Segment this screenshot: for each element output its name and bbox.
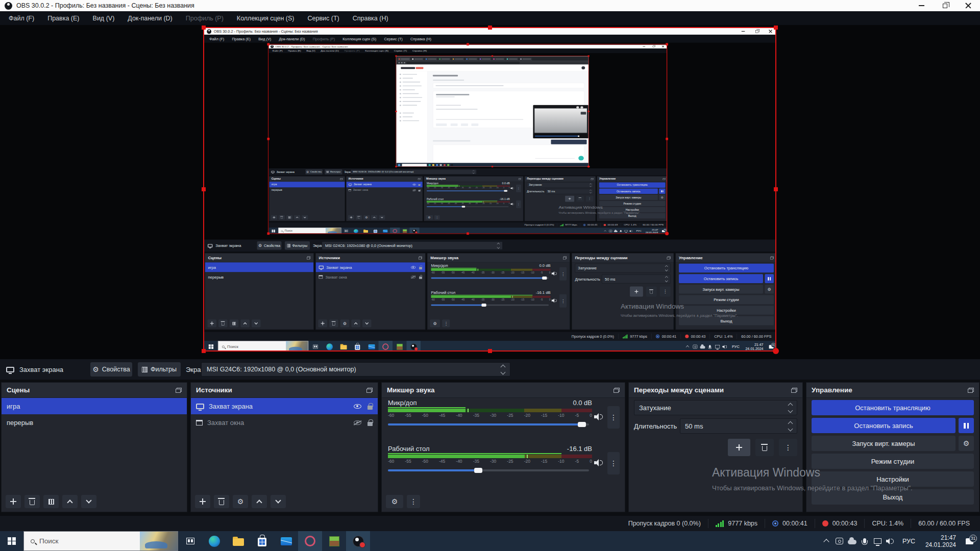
add-scene-button[interactable]: [6, 495, 21, 508]
taskbar-store[interactable]: [250, 531, 274, 551]
properties-button[interactable]: ⚙ Свойства: [90, 362, 132, 377]
volume-slider[interactable]: [388, 469, 589, 471]
menu-help[interactable]: Справка (H): [346, 11, 395, 25]
channel-menu-button[interactable]: ⋮: [607, 452, 620, 474]
visibility-off-icon[interactable]: [354, 420, 361, 425]
menu-file[interactable]: Файл (F): [2, 11, 41, 25]
filters-button[interactable]: Фильтры: [138, 362, 181, 377]
taskbar-edge[interactable]: [202, 531, 226, 551]
source-item[interactable]: Захват окна: [191, 414, 378, 431]
volume-slider-handle[interactable]: [578, 422, 586, 427]
stop-recording-button[interactable]: Остановить запись: [812, 418, 955, 433]
taskbar-mail[interactable]: [274, 531, 298, 551]
tray-onedrive[interactable]: [846, 538, 859, 544]
remove-transition-button[interactable]: [755, 439, 774, 456]
popout-icon[interactable]: [176, 388, 182, 393]
resize-handle[interactable]: [488, 26, 492, 30]
resize-handle[interactable]: [774, 187, 778, 191]
filters-label: Фильтры: [151, 366, 177, 373]
stop-streaming-button[interactable]: Остановить трансляцию: [812, 400, 974, 415]
menu-scene-collection[interactable]: Коллекция сцен (S): [230, 11, 301, 25]
taskbar-search[interactable]: Поиск: [23, 531, 178, 551]
scene-down-button[interactable]: [81, 495, 96, 508]
resize-handle[interactable]: [202, 187, 206, 191]
channel-level-db: 0.0 dB: [502, 182, 509, 185]
menu-tools[interactable]: Сервис (T): [301, 11, 346, 25]
speaker-icon[interactable]: [594, 413, 603, 420]
exit-button: Выход: [679, 316, 774, 325]
source-down-button[interactable]: [271, 495, 286, 508]
resize-handle[interactable]: [202, 26, 206, 30]
start-virtual-camera-button[interactable]: Запуск вирт. камеры: [812, 436, 955, 451]
scene-down-button: [252, 319, 261, 327]
remove-scene-button[interactable]: [24, 495, 40, 508]
volume-slider[interactable]: [388, 423, 589, 425]
maximize-button[interactable]: [933, 0, 957, 11]
taskbar-app-active[interactable]: [298, 531, 322, 551]
scene-filters-button[interactable]: [43, 495, 59, 508]
lock-icon[interactable]: [368, 406, 373, 410]
scene-item[interactable]: перерыв: [2, 414, 187, 431]
minimize-button[interactable]: [910, 0, 933, 11]
channel-menu-button: ⋮: [516, 185, 521, 192]
resize-handle[interactable]: [202, 349, 206, 353]
source-item[interactable]: Захват экрана: [191, 398, 378, 414]
speaker-icon[interactable]: [594, 459, 603, 466]
virtual-camera-settings-button[interactable]: ⚙: [959, 436, 974, 451]
transition-menu-button[interactable]: ⋮: [779, 439, 797, 456]
source-up-button[interactable]: [252, 495, 267, 508]
volume-slider-handle: [462, 206, 465, 207]
tray-expand-button[interactable]: [820, 538, 833, 544]
notification-center-button[interactable]: 31: [961, 538, 978, 544]
meter-scale: -60-55-50-45-40-35-30-25-20-15-10-50: [427, 203, 510, 204]
mixer-menu-button[interactable]: ⋮: [407, 495, 420, 508]
taskbar-obs-active[interactable]: [346, 531, 370, 551]
remove-source-button[interactable]: [214, 495, 229, 508]
visibility-icon[interactable]: [354, 404, 361, 409]
tray-microphone[interactable]: [859, 539, 871, 543]
source-properties-button[interactable]: ⚙: [233, 495, 248, 508]
add-source-button[interactable]: [195, 495, 210, 508]
tray-screenrec[interactable]: [833, 538, 846, 544]
studio-mode-button[interactable]: Режим студии: [812, 454, 974, 469]
settings-button[interactable]: Настройки: [812, 471, 974, 487]
search-highlight-image[interactable]: [140, 532, 178, 550]
task-view-button[interactable]: [178, 531, 202, 551]
menu-profile[interactable]: Профиль (P): [179, 11, 230, 25]
pause-recording-button[interactable]: [959, 418, 974, 433]
channel-menu-button[interactable]: ⋮: [607, 406, 620, 429]
scene-label: игра: [272, 183, 277, 186]
screen-select[interactable]: MSI G24C6: 980x551 @ 0,0 (Основной мон…: [201, 362, 510, 377]
scene-item[interactable]: игра: [2, 398, 187, 414]
scene-up-button[interactable]: [62, 495, 78, 508]
volume-slider-handle[interactable]: [474, 468, 482, 473]
menu-edit[interactable]: Правка (E): [41, 11, 86, 25]
tray-network[interactable]: [871, 538, 884, 544]
duration-spinner[interactable]: 50 ms: [680, 418, 797, 434]
resize-handle[interactable]: [774, 26, 778, 30]
tray-volume[interactable]: [884, 538, 897, 545]
popout-icon[interactable]: [614, 388, 620, 393]
popout-icon[interactable]: [791, 388, 797, 393]
taskbar-minecraft[interactable]: [322, 531, 346, 551]
menu-docks[interactable]: Док-панели (D): [121, 11, 179, 25]
start-button[interactable]: [0, 531, 23, 551]
language-indicator[interactable]: РУС: [897, 538, 921, 545]
browser-tab-bar: [396, 56, 588, 61]
close-button[interactable]: [957, 0, 980, 11]
lock-icon[interactable]: [368, 422, 373, 426]
resize-handle[interactable]: [488, 349, 492, 353]
advanced-audio-button[interactable]: ⚙: [386, 495, 403, 508]
capture-bounding-box[interactable]: OBS 30.0.2 - Профиль: Без названия - Сце…: [203, 27, 776, 352]
resize-handle-dot[interactable]: [773, 348, 779, 354]
popout-icon[interactable]: [968, 388, 974, 393]
exit-button[interactable]: Выход: [812, 489, 974, 505]
add-transition-button[interactable]: [728, 439, 750, 456]
menu-view[interactable]: Вид (V): [86, 11, 121, 25]
popout-icon[interactable]: [366, 388, 373, 393]
remove-transition-button: [576, 196, 584, 202]
clock[interactable]: 21:47 24.01.2024: [921, 534, 961, 548]
filter-icon: [327, 171, 329, 173]
taskbar-explorer[interactable]: [226, 531, 250, 551]
transition-select[interactable]: Затухание: [634, 400, 797, 415]
